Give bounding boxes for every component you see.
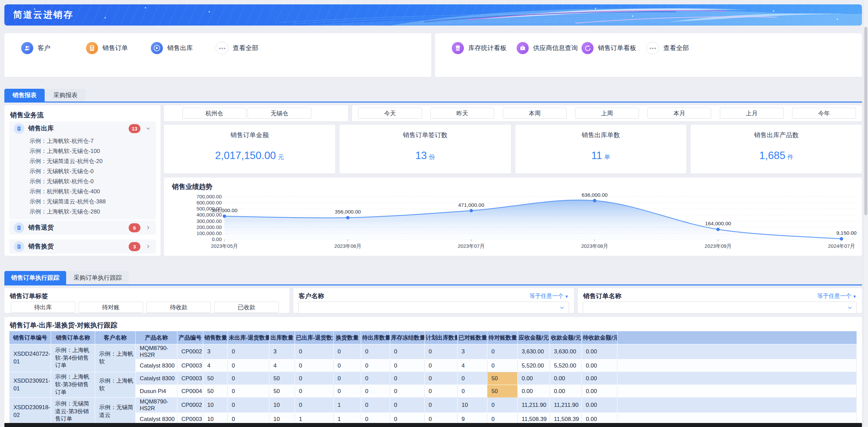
- group-label: 销售出库: [28, 124, 129, 133]
- order-no-cell: XSDD230921-01: [9, 372, 51, 398]
- quick-link-label: 客户: [38, 44, 51, 53]
- table-cell: 50: [270, 372, 295, 385]
- svg-text:0.00: 0.00: [212, 236, 222, 242]
- sales-flow-item[interactable]: 示例：上海帆软-无锡仓-100: [9, 146, 156, 156]
- order-name-select[interactable]: [583, 302, 857, 314]
- vertical-scrollbar-thumb[interactable]: [864, 27, 867, 215]
- sales-flow-item[interactable]: 示例：无锡简道云-杭州仓-20: [9, 156, 156, 166]
- ellipsis-icon: ⋯: [216, 42, 228, 54]
- customer-cell: 示例：上海帆软: [95, 344, 136, 372]
- tab-sales-order-tracking[interactable]: 销售订单执行跟踪: [4, 271, 66, 284]
- table-cell: MQM8790-HS2R: [136, 344, 177, 360]
- tracking-tab-underline: [4, 284, 862, 285]
- date-range-button[interactable]: 本周: [503, 108, 567, 119]
- date-range-button[interactable]: 昨天: [430, 108, 494, 119]
- kpi-value: 1,685件: [691, 150, 862, 162]
- group-label: 销售换货: [28, 242, 129, 251]
- sales-flow-item[interactable]: 示例：杭州帆软-无锡仓-400: [9, 187, 156, 197]
- customer-icon: [21, 42, 33, 54]
- svg-text:164,000.00: 164,000.00: [705, 221, 731, 226]
- table-cell: 0: [425, 398, 458, 413]
- warehouse-button[interactable]: 无锡仓: [248, 108, 311, 119]
- order-tag-button[interactable]: 待对账: [79, 302, 143, 313]
- table-col-header: 计划出库数量: [425, 331, 458, 344]
- table-cell: CP0004: [177, 385, 203, 398]
- table-col-header: 已出库-退货数量: [295, 331, 334, 344]
- kpi-title: 销售出库产品数: [691, 131, 862, 140]
- sales-flow-item[interactable]: 示例：无锡帆软-杭州仓-0: [9, 176, 156, 187]
- quick-link-view-all-left[interactable]: ⋯ 查看全部: [216, 42, 280, 54]
- tracking-tabbar: 销售订单执行跟踪 采购订单执行跟踪: [4, 271, 129, 284]
- order-name-filter-card: 销售订单名称 等于任意一个▼: [578, 288, 862, 313]
- sales-flow-item[interactable]: 示例：无锡帆软-无锡仓-0: [9, 166, 156, 176]
- quick-link-sales-order[interactable]: 销售订单: [86, 42, 151, 54]
- date-buttons: 今天昨天本周上周本月上月今年: [352, 105, 862, 119]
- order-tag-button[interactable]: 待收款: [147, 302, 211, 313]
- date-range-button[interactable]: 今天: [358, 108, 422, 119]
- sales-flow-group-header[interactable]: 销售换货 3: [9, 239, 156, 254]
- tab-purchase-order-tracking[interactable]: 采购订单执行跟踪: [67, 271, 129, 284]
- dashboard-page: 简道云进销存 客户 销售订单 销售出库: [0, 0, 868, 427]
- quick-link-supplier-query[interactable]: 供应商信息查询: [517, 42, 582, 54]
- svg-text:2023年08月: 2023年08月: [581, 243, 608, 249]
- tab-purchase-report[interactable]: 采购报表: [45, 89, 86, 102]
- chevron-right-icon[interactable]: [145, 225, 151, 231]
- table-cell: CP0003: [177, 360, 203, 372]
- kpi-title: 销售订单签订数: [340, 131, 511, 140]
- sales-flow-group-header[interactable]: 销售退货 6: [9, 221, 156, 235]
- table-cell: 0: [334, 385, 361, 398]
- date-range-button[interactable]: 今年: [792, 108, 856, 119]
- tracking-table-title: 销售订单-出库-退换货-对账执行跟踪: [10, 321, 117, 330]
- quick-link-view-all-right[interactable]: ⋯ 查看全部: [646, 42, 711, 54]
- quick-link-sales-outbound[interactable]: 销售出库: [151, 42, 216, 54]
- tracking-table-card: 销售订单-出库-退换货-对账执行跟踪 销售订单编号销售订单名称客户名称产品名称产…: [4, 317, 862, 427]
- date-range-button[interactable]: 上月: [720, 108, 784, 119]
- table-cell: 1: [334, 398, 361, 413]
- order-tag-button[interactable]: 待出库: [11, 302, 75, 313]
- kpi-value: 13份: [340, 150, 511, 162]
- sales-flow-item[interactable]: 示例：上海帆软-无锡仓-280: [9, 207, 156, 217]
- table-cell: 0: [458, 372, 488, 385]
- tab-sales-report[interactable]: 销售报表: [4, 89, 45, 102]
- order-tag-button[interactable]: 已收款: [214, 302, 279, 313]
- vertical-scrollbar-track[interactable]: [863, 0, 868, 427]
- table-cell: 0: [390, 385, 425, 398]
- svg-text:2023年05月: 2023年05月: [211, 243, 238, 249]
- customer-filter-card: 客户名称 等于任意一个▼: [293, 288, 574, 313]
- group-label: 销售退货: [28, 223, 129, 232]
- svg-text:356,000.00: 356,000.00: [335, 209, 361, 215]
- table-cell: 0.00: [582, 372, 617, 385]
- report-tabbar: 销售报表 采购报表: [4, 89, 86, 102]
- quick-link-customers[interactable]: 客户: [21, 42, 86, 54]
- quick-link-sales-order-board[interactable]: 销售订单看板: [582, 42, 646, 54]
- svg-text:381,000.00: 381,000.00: [211, 207, 238, 213]
- sales-flow-group-header[interactable]: 销售出库 13: [9, 121, 156, 136]
- quick-links-left-panel: 客户 销售订单 销售出库 ⋯ 查看全部: [4, 33, 431, 77]
- table-col-header: 换货数量: [334, 331, 361, 344]
- warehouse-button[interactable]: 杭州仓: [182, 108, 246, 119]
- svg-text:9,150.00: 9,150.00: [836, 230, 857, 236]
- table-row: Catalyst 8300CP000340400000405,520.005,5…: [9, 360, 857, 372]
- order-name-filter-operator[interactable]: 等于任意一个▼: [817, 292, 857, 300]
- svg-text:636,000.00: 636,000.00: [582, 192, 608, 198]
- date-range-button[interactable]: 本月: [647, 108, 711, 119]
- caret-down-icon: ▼: [852, 294, 857, 299]
- sales-flow-item[interactable]: 示例：上海帆软-杭州仓-7: [9, 136, 156, 146]
- date-range-button[interactable]: 上周: [575, 108, 639, 119]
- sales-trend-chart-card: 销售业绩趋势 0.00100,000.00200,000.00300,000.0…: [164, 177, 862, 256]
- table-cell: 0.00: [582, 398, 617, 413]
- customer-filter-operator[interactable]: 等于任意一个▼: [529, 292, 569, 300]
- svg-text:2023年06月: 2023年06月: [334, 243, 361, 249]
- chevron-right-icon[interactable]: [145, 244, 151, 250]
- svg-text:2023年09月: 2023年09月: [705, 243, 732, 249]
- quick-link-inventory-board[interactable]: 库存统计看板: [452, 42, 517, 54]
- customer-select[interactable]: [298, 302, 569, 314]
- horizontal-scrollbar[interactable]: [4, 423, 862, 427]
- database-icon: [452, 42, 464, 54]
- sales-flow-item[interactable]: 示例：无锡简道云-杭州仓-388: [9, 197, 156, 207]
- table-cell: 11,211.90: [550, 398, 582, 413]
- table-col-header: 待对账数量: [488, 331, 518, 344]
- table-cell: 50: [270, 385, 295, 398]
- table-row: XSDD230918-02示例：无锡简道云-第3份销售订单示例：无锡简道云MQM…: [9, 398, 857, 413]
- chevron-down-icon[interactable]: [145, 125, 151, 132]
